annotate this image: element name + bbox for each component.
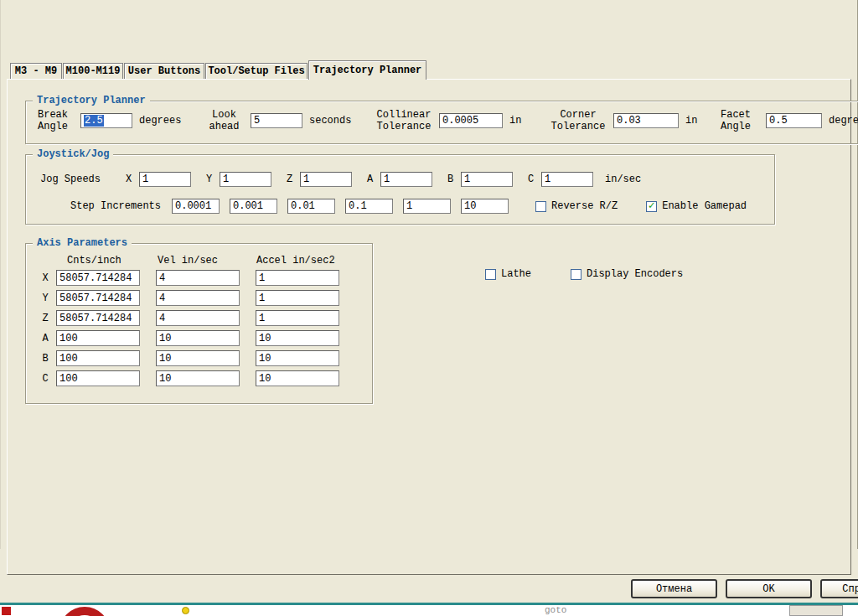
tab-trajectory-planner[interactable]: Trajectory Planner bbox=[308, 60, 426, 80]
enable-gamepad-label: Enable Gamepad bbox=[662, 200, 747, 212]
accel-input[interactable]: 1 bbox=[256, 290, 339, 306]
help-button[interactable]: Справка bbox=[820, 579, 858, 598]
joystick-jog-group-title: Joystick/Jog bbox=[33, 148, 113, 160]
jog-speed-a-input[interactable]: 1 bbox=[380, 172, 432, 187]
axis-row-c: C 100 10 10 bbox=[39, 370, 339, 386]
jog-unit-label: in/sec bbox=[605, 173, 641, 185]
cnts-input[interactable]: 100 bbox=[56, 350, 140, 366]
step-increment-6-input[interactable]: 10 bbox=[461, 199, 509, 214]
reverse-rz-checkbox-box bbox=[535, 201, 546, 212]
joystick-jog-group: Joystick/Jog bbox=[25, 154, 775, 225]
tab-m3-m9[interactable]: M3 - M9 bbox=[10, 63, 62, 79]
axis-row-b: B 100 10 10 bbox=[39, 350, 339, 366]
axis-parameters-group-title: Axis Parameters bbox=[33, 237, 132, 249]
vel-input[interactable]: 10 bbox=[156, 350, 240, 366]
tab-user-buttons[interactable]: User Buttons bbox=[124, 63, 204, 79]
reverse-rz-checkbox[interactable]: Reverse R/Z bbox=[535, 200, 618, 212]
step-increment-5-input[interactable]: 1 bbox=[403, 199, 451, 214]
look-ahead-unit: seconds bbox=[309, 115, 351, 127]
step-increment-4-input[interactable]: 0.1 bbox=[345, 199, 393, 214]
axis-row-y: Y 58057.714284 4 1 bbox=[39, 290, 339, 306]
vel-input[interactable]: 4 bbox=[156, 270, 240, 286]
red-marker bbox=[2, 607, 11, 615]
axis-row-z: Z 58057.714284 4 1 bbox=[39, 310, 339, 326]
cnts-inch-header: Cnts/inch bbox=[67, 255, 121, 267]
cnts-input[interactable]: 58057.714284 bbox=[56, 290, 140, 306]
jog-speed-x-input[interactable]: 1 bbox=[139, 172, 191, 187]
look-ahead-field: Look ahead 5 seconds bbox=[204, 107, 351, 134]
axis-parameters-grid: X 58057.714284 4 1 Y 58057.714284 4 1 Z … bbox=[39, 270, 339, 391]
feed-gauge-arc bbox=[59, 605, 111, 616]
vel-input[interactable]: 10 bbox=[156, 330, 240, 346]
cnts-input[interactable]: 58057.714284 bbox=[56, 270, 140, 286]
vel-input[interactable]: 10 bbox=[156, 370, 240, 386]
ok-button[interactable]: OK bbox=[726, 579, 812, 598]
collinear-tolerance-label: Collinear bbox=[375, 109, 432, 121]
axis-row-x: X 58057.714284 4 1 bbox=[39, 270, 339, 286]
corner-tolerance-label: Corner bbox=[550, 109, 607, 121]
vel-header: Vel in/sec bbox=[158, 255, 218, 267]
display-encoders-label: Display Encoders bbox=[587, 268, 683, 280]
collinear-tolerance-input[interactable]: 0.0005 bbox=[439, 113, 503, 128]
break-angle-label: Break bbox=[32, 109, 74, 121]
facet-angle-input[interactable]: 0.5 bbox=[766, 113, 822, 128]
goto-label: goto bbox=[545, 605, 566, 615]
break-angle-unit: degrees bbox=[139, 115, 181, 127]
accel-input[interactable]: 10 bbox=[256, 350, 339, 366]
corner-tolerance-field: Corner Tolerance 0.03 in bbox=[550, 107, 697, 134]
jog-axis-z-label: Z bbox=[287, 173, 295, 185]
accel-input[interactable]: 1 bbox=[256, 270, 339, 286]
jog-speeds-label: Jog Speeds bbox=[40, 173, 114, 185]
trajectory-planner-group-title: Trajectory Planner bbox=[33, 95, 150, 106]
enable-gamepad-checkbox[interactable]: ✓ Enable Gamepad bbox=[646, 200, 747, 212]
break-angle-field: Break Angle 2.5 degrees bbox=[32, 107, 181, 134]
step-increments-row: Step Increments 0.0001 0.001 0.01 0.1 1 … bbox=[70, 199, 747, 214]
enable-gamepad-checkbox-box: ✓ bbox=[646, 201, 657, 212]
facet-angle-field: Facet Angle 0.5 degrees bbox=[712, 107, 858, 134]
axis-row-a: A 100 10 10 bbox=[39, 330, 339, 346]
main-window-bottom-strip: goto bbox=[0, 605, 858, 616]
display-encoders-checkbox[interactable]: Display Encoders bbox=[571, 268, 683, 280]
jog-axis-c-label: C bbox=[528, 173, 536, 185]
jog-speeds-row: Jog Speeds X 1 Y 1 Z 1 A 1 B 1 C 1 in/se… bbox=[40, 172, 641, 187]
lathe-label: Lathe bbox=[501, 268, 531, 280]
tab-tool-setup-files[interactable]: Tool/Setup Files bbox=[205, 63, 308, 79]
jog-axis-a-label: A bbox=[367, 173, 375, 185]
check-icon: ✓ bbox=[649, 202, 655, 210]
jog-axis-x-label: X bbox=[126, 173, 134, 185]
cnts-input[interactable]: 100 bbox=[56, 330, 140, 346]
vel-input[interactable]: 4 bbox=[156, 290, 240, 306]
lathe-checkbox[interactable]: Lathe bbox=[485, 268, 531, 280]
step-increment-2-input[interactable]: 0.001 bbox=[230, 199, 277, 214]
tab-m100-m119[interactable]: M100-M119 bbox=[63, 63, 123, 79]
jog-axis-y-label: Y bbox=[206, 173, 214, 185]
facet-angle-unit: degrees bbox=[829, 115, 858, 127]
break-angle-input[interactable]: 2.5 bbox=[80, 113, 132, 128]
corner-tolerance-input[interactable]: 0.03 bbox=[613, 113, 679, 128]
jog-speed-b-input[interactable]: 1 bbox=[461, 172, 513, 187]
accel-input[interactable]: 10 bbox=[256, 370, 339, 386]
cnts-input[interactable]: 58057.714284 bbox=[56, 310, 140, 326]
jog-speed-y-input[interactable]: 1 bbox=[220, 172, 271, 187]
look-ahead-label: Look bbox=[204, 109, 244, 121]
jog-speed-z-input[interactable]: 1 bbox=[300, 172, 352, 187]
step-increments-label: Step Increments bbox=[70, 200, 172, 212]
corner-tolerance-unit: in bbox=[685, 115, 697, 127]
yellow-indicator bbox=[182, 607, 189, 614]
cancel-button[interactable]: Отмена bbox=[631, 579, 717, 598]
jog-speed-c-input[interactable]: 1 bbox=[541, 172, 593, 187]
collinear-tolerance-unit: in bbox=[509, 115, 521, 127]
look-ahead-input[interactable]: 5 bbox=[251, 113, 302, 128]
screen: KMotionCNC - Connected - D:\G-Code\тесто… bbox=[0, 0, 858, 616]
vel-input[interactable]: 4 bbox=[156, 310, 240, 326]
accel-input[interactable]: 1 bbox=[256, 310, 339, 326]
step-increment-1-input[interactable]: 0.0001 bbox=[172, 199, 220, 214]
facet-angle-label: Facet bbox=[712, 109, 759, 121]
accel-input[interactable]: 10 bbox=[256, 330, 339, 346]
collinear-tolerance-field: Collinear Tolerance 0.0005 in bbox=[375, 107, 521, 134]
cnts-input[interactable]: 100 bbox=[56, 370, 140, 386]
lathe-checkbox-box bbox=[485, 269, 496, 280]
reverse-rz-label: Reverse R/Z bbox=[551, 200, 618, 212]
step-increment-3-input[interactable]: 0.01 bbox=[287, 199, 335, 214]
accel-header: Accel in/sec2 bbox=[256, 255, 335, 267]
